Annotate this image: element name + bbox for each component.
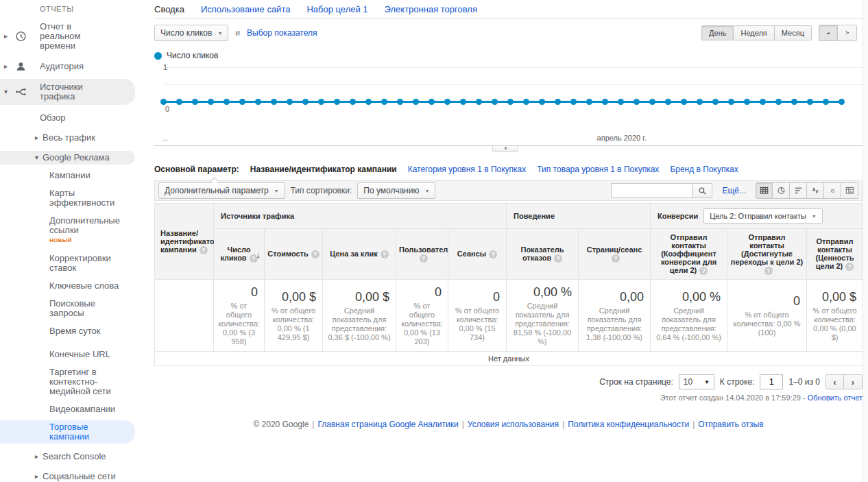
sort-type-dropdown[interactable]: По умолчанию ▼ — [357, 182, 435, 199]
report-tab[interactable]: Использование сайта — [201, 4, 291, 14]
secondary-dimension-dropdown[interactable]: Дополнительный параметр ▼ — [158, 182, 285, 199]
chevron-down-icon: ▾ — [4, 87, 8, 97]
sidebar-item[interactable]: Ключевые слова — [0, 279, 139, 293]
sidebar-item[interactable]: Таргетинг в контекстно-медийной сети — [0, 365, 139, 398]
sidebar-item-label: Аудитория — [40, 62, 84, 71]
help-icon[interactable]: ? — [420, 254, 428, 263]
data-point — [302, 99, 309, 105]
sidebar-item[interactable]: ▸Search Console — [0, 450, 139, 463]
help-icon[interactable]: ? — [612, 254, 620, 263]
sidebar-item-label: Карты эффективности — [49, 189, 130, 208]
footer-link[interactable]: Отправить отзыв — [698, 420, 763, 429]
primary-dimension-option[interactable]: Бренд в Покупках — [670, 165, 738, 174]
sidebar-item[interactable]: Обзор — [0, 111, 139, 125]
metric-dropdown[interactable]: Число кликов ▼ — [154, 25, 228, 41]
goal-selector-dropdown[interactable]: Цель 2: Отправил контакты▼ — [703, 208, 823, 224]
sidebar-item[interactable]: Видеокампании — [0, 402, 139, 416]
sidebar-item-label: Социальные сети — [43, 472, 116, 481]
column-header[interactable]: Число кликов?↓ — [214, 229, 265, 280]
sidebar-item[interactable]: ▸Весь трафик — [0, 131, 139, 145]
column-header[interactable]: Сеансы? — [448, 229, 507, 280]
search-icon[interactable] — [692, 183, 712, 198]
summary-note: % от общего количества: 0,00 % (3 958) — [218, 302, 260, 346]
help-icon[interactable]: ? — [311, 250, 320, 258]
table-view-group: e — [756, 182, 858, 199]
help-icon[interactable]: ? — [200, 246, 208, 254]
sidebar-item[interactable]: Карты эффективности — [0, 186, 139, 210]
data-point — [665, 99, 671, 105]
granularity-button[interactable]: Месяц — [775, 25, 812, 40]
help-icon[interactable]: ? — [764, 267, 773, 275]
page-scrollbar[interactable] — [863, 0, 868, 482]
motion-chart-icon[interactable] — [838, 25, 857, 41]
sort-desc-icon[interactable]: ↓ — [256, 249, 261, 259]
dimension-column-header[interactable]: Название/идентификатор кампании? — [155, 204, 214, 280]
sidebar-item[interactable]: Дополнительные ссылкиНОВЫЙ — [0, 214, 139, 248]
table-view-icon[interactable] — [756, 182, 773, 199]
help-icon[interactable]: ? — [554, 254, 562, 263]
chart-collapse-button[interactable]: ▼ — [492, 146, 518, 152]
granularity-button[interactable]: Неделя — [734, 25, 774, 40]
primary-dimension-option[interactable]: Название/идентификатор кампании — [250, 165, 397, 174]
help-icon[interactable]: ? — [845, 263, 854, 271]
sidebar-item[interactable]: ▾Источники трафика — [0, 79, 135, 105]
pivot-view-icon[interactable] — [841, 182, 858, 199]
column-header[interactable]: Отправил контакты (Достигнутые переходы … — [727, 229, 807, 280]
column-header[interactable]: Показатель отказов? — [507, 229, 579, 280]
comparison-view-icon[interactable] — [807, 182, 824, 199]
next-page-button[interactable]: › — [844, 374, 863, 389]
sidebar-item[interactable]: Поисковые запросы — [0, 297, 139, 320]
primary-dimension-option[interactable]: Категория уровня 1 в Покупках — [408, 165, 527, 174]
sidebar-item[interactable]: Торговые кампании — [0, 420, 135, 444]
footer-link[interactable]: Главная страница Google Аналитики — [317, 420, 458, 429]
summary-cell: 0,00Средний показатель для представления… — [579, 280, 651, 352]
data-point — [381, 99, 387, 105]
primary-dimension-option[interactable]: Тип товара уровня 1 в Покупках — [537, 165, 659, 174]
sidebar-item[interactable]: ▸Аудитория — [0, 58, 139, 75]
data-point — [460, 99, 466, 105]
summary-note: Средний показатель для представления: 0,… — [327, 306, 391, 342]
sidebar-item-label: Время суток — [49, 326, 100, 336]
advanced-filter-link[interactable]: Ещё... — [722, 186, 746, 195]
sidebar-item[interactable]: Корректировки ставок — [0, 252, 139, 275]
data-point — [334, 99, 340, 105]
sidebar-item[interactable]: Кампании — [0, 169, 139, 182]
granularity-button[interactable]: День — [701, 25, 734, 40]
sidebar-item[interactable]: ▸Социальные сети — [0, 470, 139, 482]
report-tab[interactable]: Электронная торговля — [385, 4, 477, 14]
help-icon[interactable]: ? — [489, 250, 497, 258]
help-icon[interactable]: ? — [381, 250, 389, 258]
sidebar-item[interactable]: ▸Отчет в реальном времени — [0, 19, 139, 54]
summary-value: 0,00 % — [511, 285, 574, 300]
sidebar-item-label: Ключевые слова — [49, 281, 119, 291]
sidebar-item[interactable]: Время суток — [0, 324, 139, 338]
report-tab[interactable]: Сводка — [154, 4, 184, 14]
refresh-report-link[interactable]: Обновить отчет — [808, 394, 863, 402]
line-chart-icon[interactable] — [819, 25, 838, 41]
percent-view-icon[interactable] — [773, 182, 790, 199]
prev-page-button[interactable]: ‹ — [825, 374, 844, 389]
goto-row-input[interactable] — [760, 374, 783, 389]
column-header[interactable]: Пользователи? — [396, 229, 448, 280]
sidebar-item[interactable]: Конечные URL — [0, 348, 139, 361]
summary-value: 0,00 $ — [327, 290, 391, 304]
column-header[interactable]: Стоимость? — [265, 229, 323, 280]
sidebar-item[interactable]: ▾Google Реклама — [0, 151, 135, 165]
column-header[interactable]: Страниц/сеанс? — [579, 229, 651, 280]
timeseries-chart: 1 0 ... апрель 2020 г. ▼ — [154, 63, 863, 146]
report-tab[interactable]: Набор целей 1 — [306, 4, 367, 14]
data-point — [255, 99, 261, 105]
add-metric-link[interactable]: Выбор показателя — [247, 28, 317, 38]
column-header[interactable]: Отправил контакты (Коэффициент конверсии… — [651, 229, 727, 280]
performance-view-icon[interactable] — [790, 182, 807, 199]
sidebar-item-label: Корректировки ставок — [49, 254, 130, 273]
term-cloud-view-icon[interactable]: e — [824, 182, 841, 199]
help-icon[interactable]: ? — [699, 267, 708, 275]
rows-per-page-select[interactable]: 10 ▼ — [679, 374, 714, 389]
column-header[interactable]: Цена за клик? — [323, 229, 396, 280]
search-input[interactable] — [611, 183, 692, 198]
column-header[interactable]: Отправил контакты (Ценность цели 2)? — [807, 229, 863, 280]
copyright-label: © 2020 Google — [253, 420, 309, 429]
footer-link[interactable]: Условия использования — [468, 420, 559, 429]
footer-link[interactable]: Политика конфиденциальности — [568, 420, 689, 429]
